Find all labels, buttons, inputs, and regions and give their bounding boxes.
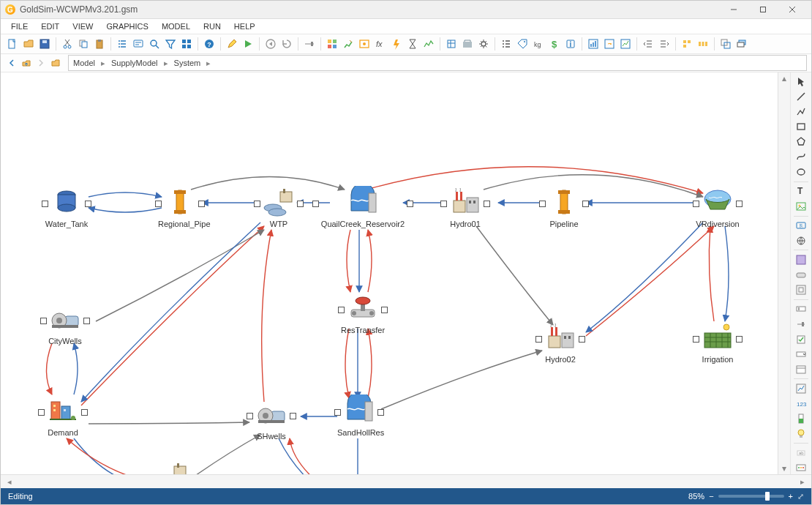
input-tool-icon[interactable] xyxy=(793,303,809,316)
line-tool-icon[interactable] xyxy=(793,91,809,104)
outline-list-icon[interactable] xyxy=(499,37,514,51)
edge-vrdiv-hydro02[interactable] xyxy=(586,222,703,332)
slider-tool-icon[interactable] xyxy=(793,318,809,331)
group-icon[interactable] xyxy=(718,37,733,51)
edge-demand-wwtp[interactable] xyxy=(74,438,154,474)
help-icon[interactable]: ? xyxy=(202,37,217,51)
node-res_transfer[interactable]: ResTransfer xyxy=(341,292,385,334)
nav-back-icon[interactable] xyxy=(5,56,18,70)
node-wwtp[interactable]: WWTP xyxy=(151,460,195,474)
nav-folder-icon[interactable] xyxy=(49,56,62,70)
data-element-icon[interactable] xyxy=(444,37,459,51)
edge-citywells-wtp[interactable] xyxy=(96,230,264,321)
palette-icon[interactable] xyxy=(325,37,339,51)
maximize-button[interactable] xyxy=(748,1,778,18)
edge-citywells-demand[interactable] xyxy=(47,343,53,394)
scenario-tool-icon[interactable] xyxy=(793,462,809,474)
gear-icon[interactable] xyxy=(476,37,491,51)
zoom-slider[interactable] xyxy=(718,495,784,498)
edge-demand-citywells[interactable] xyxy=(74,343,78,394)
tag-icon[interactable] xyxy=(515,37,530,51)
label-tool-icon[interactable]: ab xyxy=(793,446,809,460)
result-panel-icon[interactable] xyxy=(793,382,809,395)
edge-qc_res-res_transfer[interactable] xyxy=(347,230,350,292)
frame-tool-icon[interactable] xyxy=(793,283,809,296)
edge-shwells-shaq[interactable] xyxy=(279,438,337,474)
scroll-right-icon[interactable]: ▸ xyxy=(797,477,808,487)
reset-icon[interactable] xyxy=(279,37,294,51)
node-demand[interactable]: Demand xyxy=(41,394,85,437)
node-shwells[interactable]: SHwells xyxy=(249,398,293,441)
layer-icon[interactable] xyxy=(734,37,749,51)
date-tool-icon[interactable] xyxy=(793,363,809,376)
menu-view[interactable]: VIEW xyxy=(72,22,93,31)
scroll-down-icon[interactable]: ▾ xyxy=(782,463,786,474)
node-sandholl[interactable]: SandHollRes xyxy=(337,394,381,437)
breadcrumb-path[interactable]: Model▸ SupplyModel▸ System▸ xyxy=(68,55,807,71)
result-chart-icon[interactable] xyxy=(618,37,633,51)
cut-icon[interactable] xyxy=(60,37,75,51)
crumb-supply[interactable]: SupplyModel xyxy=(107,59,162,67)
node-regional_pipe[interactable]: Regional_Pipe xyxy=(158,186,202,228)
panel-tool-icon[interactable] xyxy=(793,253,809,266)
hyperlink-tool-icon[interactable]: ⎘ xyxy=(793,219,809,232)
fx-icon[interactable]: fx xyxy=(373,37,388,51)
distribute-icon[interactable] xyxy=(696,37,710,51)
edge-qc_res-vrdiv[interactable] xyxy=(366,167,703,193)
button-tool-icon[interactable] xyxy=(793,269,809,282)
run-icon[interactable] xyxy=(241,37,255,51)
rect-tool-icon[interactable] xyxy=(793,121,809,134)
info-icon[interactable]: i xyxy=(563,37,578,51)
node-hydro01[interactable]: Hydro01 xyxy=(443,186,487,228)
menu-model[interactable]: MODEL xyxy=(162,22,190,31)
zoom-control[interactable]: 85% − + ⤢ xyxy=(688,492,804,501)
scroll-left-icon[interactable]: ◂ xyxy=(4,477,15,487)
library-icon[interactable] xyxy=(460,37,475,51)
crumb-model[interactable]: Model xyxy=(69,59,99,67)
save-icon[interactable] xyxy=(37,37,52,51)
nav-up-icon[interactable] xyxy=(20,56,33,70)
node-hydro02[interactable]: Hydro02 xyxy=(538,321,582,364)
edge-res_transfer-qc_res[interactable] xyxy=(368,230,372,292)
dropdown-tool-icon[interactable] xyxy=(793,348,809,361)
edge-hydro02-vrdiv[interactable] xyxy=(586,226,714,336)
minimize-button[interactable] xyxy=(719,1,748,18)
edge-shaq-shwells[interactable] xyxy=(290,438,337,474)
edge-hydro01-hydro02[interactable] xyxy=(476,226,553,325)
container-icon[interactable] xyxy=(357,37,372,51)
zoom-in-icon[interactable]: + xyxy=(789,492,793,501)
indent-right-icon[interactable] xyxy=(657,37,672,51)
horizontal-scrollbar[interactable]: ◂ ▸ xyxy=(1,474,811,488)
menu-graphics[interactable]: GRAPHICS xyxy=(106,22,148,31)
edge-wwtp-shwells[interactable] xyxy=(191,435,260,474)
edge-demand-shwells[interactable] xyxy=(89,422,249,424)
event-icon[interactable] xyxy=(389,37,404,51)
curve-tool-icon[interactable] xyxy=(793,151,809,164)
edge-wwtp-demand[interactable] xyxy=(67,438,151,474)
node-water_tank[interactable]: Water_Tank xyxy=(45,186,89,228)
checkbox-tool-icon[interactable] xyxy=(793,333,809,346)
lamp-tool-icon[interactable] xyxy=(793,427,809,441)
edge-shwells-wtp[interactable] xyxy=(262,230,271,402)
node-irrigation[interactable]: Irrigation xyxy=(696,321,740,364)
zoom-out-icon[interactable]: − xyxy=(709,492,713,501)
node-wtp[interactable]: WTP xyxy=(257,186,301,228)
align-icon[interactable] xyxy=(680,37,694,51)
node-pipeline[interactable]: Pipeline xyxy=(542,186,586,228)
vertical-scrollbar[interactable]: ▴ ▾ xyxy=(778,72,790,474)
polyline-tool-icon[interactable] xyxy=(793,105,809,119)
grid-icon[interactable] xyxy=(179,37,194,51)
edge-irrigation-vrdiv[interactable] xyxy=(709,226,714,321)
chart-edit-icon[interactable] xyxy=(341,37,356,51)
edge-hydro01-vrdiv[interactable] xyxy=(484,175,703,197)
step-back-icon[interactable] xyxy=(263,37,278,51)
menu-help[interactable]: HELP xyxy=(234,22,255,31)
edge-wtp-demand[interactable] xyxy=(81,222,260,402)
close-button[interactable] xyxy=(778,1,807,18)
dashboard2-icon[interactable] xyxy=(602,37,617,51)
text-tool-icon[interactable]: T xyxy=(793,184,809,198)
gauge-tool-icon[interactable] xyxy=(793,412,809,425)
hourglass-icon[interactable] xyxy=(405,37,420,51)
note-icon[interactable] xyxy=(131,37,146,51)
edge-sandholl-hydro02[interactable] xyxy=(381,351,542,409)
